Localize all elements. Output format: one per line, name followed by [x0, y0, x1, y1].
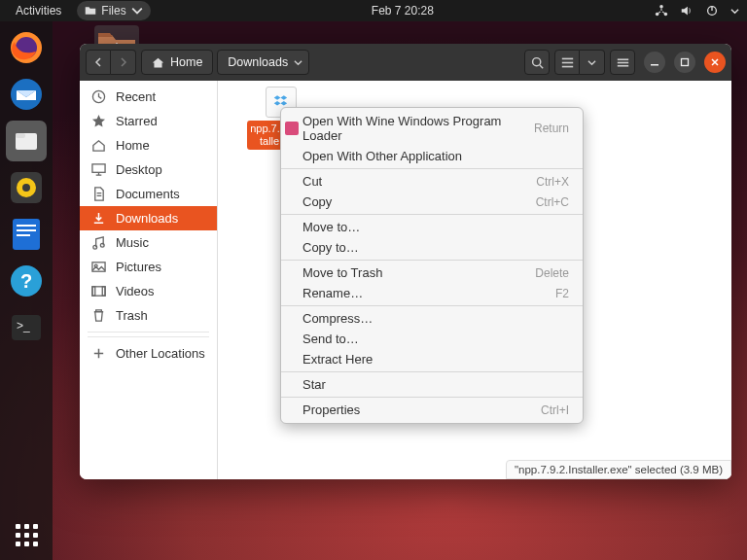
menu-item-label: Extract Here — [302, 352, 373, 367]
menu-item-open-with-wine-windows-program-loader[interactable]: Open With Wine Windows Program LoaderRet… — [281, 111, 583, 146]
view-options-button[interactable] — [580, 50, 605, 75]
menu-item-shortcut: Ctrl+I — [541, 403, 569, 417]
forward-button[interactable] — [111, 50, 136, 75]
app-menu-files[interactable]: Files — [77, 1, 150, 20]
window-header: Home Downloads — [80, 44, 731, 81]
menu-item-label: Properties — [302, 402, 360, 417]
svg-rect-14 — [17, 229, 36, 231]
app-menu-label: Files — [101, 4, 125, 18]
trash-icon — [91, 308, 106, 323]
svg-rect-15 — [17, 234, 30, 236]
menu-item-star[interactable]: Star — [281, 374, 583, 395]
path-home[interactable]: Home — [141, 50, 213, 75]
power-icon[interactable] — [705, 4, 719, 18]
sidebar-item-other-locations[interactable]: Other Locations — [80, 341, 217, 366]
sidebar-item-videos[interactable]: Videos — [80, 279, 217, 303]
menu-separator — [281, 214, 583, 215]
maximize-button[interactable] — [674, 52, 695, 73]
menu-item-label: Move to Trash — [302, 265, 382, 280]
search-button[interactable] — [524, 50, 550, 75]
sidebar-item-home[interactable]: Home — [80, 133, 217, 158]
menu-item-compress[interactable]: Compress… — [281, 308, 583, 329]
view-list-button[interactable] — [554, 50, 580, 75]
wine-icon — [285, 122, 299, 135]
clock-icon — [91, 89, 106, 104]
pictures-icon — [91, 260, 106, 274]
volume-icon[interactable] — [680, 4, 694, 18]
menu-item-label: Open With Other Application — [302, 149, 462, 163]
menu-item-label: Star — [302, 377, 326, 392]
svg-rect-8 — [16, 133, 25, 138]
sidebar-item-label: Recent — [116, 89, 156, 104]
dock-firefox[interactable] — [6, 27, 47, 68]
menu-item-label: Copy to… — [302, 240, 359, 255]
dock: ? >_ — [0, 21, 53, 560]
svg-rect-21 — [561, 57, 572, 59]
sidebar-item-downloads[interactable]: Downloads — [80, 206, 217, 230]
show-applications[interactable] — [16, 524, 38, 546]
menu-item-cut[interactable]: CutCtrl+X — [281, 171, 583, 192]
sidebar-item-recent[interactable]: Recent — [80, 85, 217, 109]
videos-icon — [91, 284, 106, 298]
menu-item-rename[interactable]: Rename…F2 — [281, 283, 583, 303]
svg-rect-37 — [102, 287, 105, 296]
activities-button[interactable]: Activities — [8, 1, 69, 20]
path-current[interactable]: Downloads — [217, 50, 309, 75]
chevron-down-icon[interactable] — [730, 7, 739, 16]
svg-point-20 — [532, 57, 540, 65]
dock-writer[interactable] — [6, 214, 47, 255]
home-icon — [152, 56, 164, 69]
menu-item-move-to[interactable]: Move to… — [281, 217, 583, 237]
sidebar-item-starred[interactable]: Starred — [80, 109, 217, 133]
svg-rect-22 — [561, 61, 572, 63]
dock-rhythmbox[interactable] — [6, 167, 47, 208]
docs-icon — [91, 187, 106, 201]
sidebar-item-trash[interactable]: Trash — [80, 303, 217, 328]
dock-files[interactable] — [6, 121, 47, 161]
close-icon — [710, 57, 720, 67]
svg-rect-28 — [682, 59, 689, 66]
download-icon — [91, 211, 106, 226]
svg-text:>_: >_ — [17, 319, 30, 332]
svg-rect-24 — [617, 58, 627, 60]
menu-item-copy-to[interactable]: Copy to… — [281, 237, 583, 258]
folder-icon — [85, 5, 96, 17]
menu-item-shortcut: Delete — [535, 266, 569, 280]
clock[interactable]: Feb 7 20:28 — [151, 4, 655, 18]
sidebar-item-label: Other Locations — [116, 346, 205, 361]
sidebar-item-label: Videos — [116, 284, 155, 298]
menu-item-send-to[interactable]: Send to… — [281, 329, 583, 349]
network-icon[interactable] — [655, 4, 668, 18]
home-icon — [91, 138, 106, 153]
dock-help[interactable]: ? — [6, 261, 47, 301]
sidebar-item-label: Pictures — [116, 260, 161, 274]
dock-thunderbird[interactable] — [6, 74, 47, 115]
menu-item-copy[interactable]: CopyCtrl+C — [281, 192, 583, 212]
back-button[interactable] — [86, 50, 111, 75]
menu-item-properties[interactable]: PropertiesCtrl+I — [281, 400, 583, 420]
menu-item-extract-here[interactable]: Extract Here — [281, 349, 583, 369]
star-icon — [91, 114, 106, 128]
menu-icon — [617, 56, 629, 69]
sidebar-item-pictures[interactable]: Pictures — [80, 255, 217, 279]
sidebar-item-label: Music — [116, 235, 149, 250]
hamburger-menu[interactable] — [610, 50, 635, 75]
svg-text:?: ? — [20, 270, 32, 292]
menu-item-open-with-other-application[interactable]: Open With Other Application — [281, 146, 583, 166]
menu-item-label: Copy — [302, 194, 332, 209]
svg-rect-23 — [561, 65, 572, 67]
chevron-down-icon — [294, 58, 302, 67]
minimize-button[interactable] — [644, 52, 665, 73]
sidebar-item-label: Home — [116, 138, 150, 153]
menu-item-shortcut: Return — [534, 122, 569, 135]
dock-terminal[interactable]: >_ — [6, 307, 47, 348]
sidebar-item-documents[interactable]: Documents — [80, 182, 217, 206]
plus-icon — [91, 346, 106, 361]
menu-item-label: Move to… — [302, 220, 360, 234]
svg-point-31 — [93, 245, 97, 249]
close-button[interactable] — [704, 52, 726, 73]
sidebar-item-desktop[interactable]: Desktop — [80, 158, 217, 182]
menu-item-move-to-trash[interactable]: Move to TrashDelete — [281, 262, 583, 283]
sidebar-item-music[interactable]: Music — [80, 230, 217, 255]
desktop-icon — [91, 162, 106, 177]
